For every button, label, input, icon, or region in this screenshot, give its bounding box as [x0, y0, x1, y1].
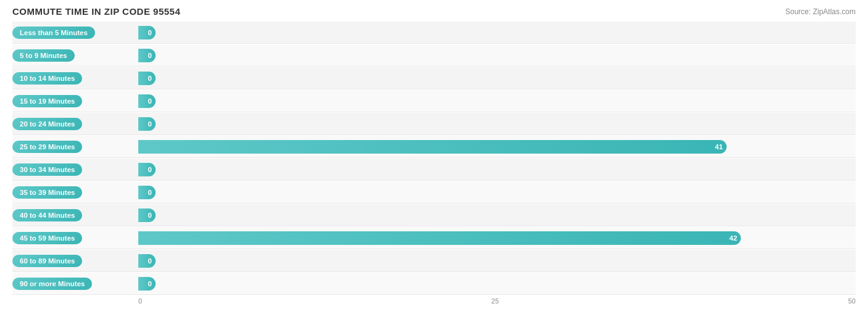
bar-fill: 0 — [138, 208, 156, 222]
bar-row: 30 to 34 Minutes0 — [12, 159, 856, 181]
bar-label: 5 to 9 Minutes — [12, 49, 75, 62]
bar-value: 0 — [148, 189, 152, 196]
bar-row: 90 or more Minutes0 — [12, 273, 856, 295]
x-axis: 02550 — [12, 297, 856, 305]
chart-area: Less than 5 Minutes05 to 9 Minutes010 to… — [12, 22, 856, 295]
bar-row: 5 to 9 Minutes0 — [12, 44, 856, 67]
bar-value: 0 — [148, 52, 152, 59]
bar-label: 25 to 29 Minutes — [12, 141, 82, 153]
bar-value: 0 — [148, 97, 152, 105]
bar-fill: 42 — [138, 231, 741, 245]
bar-label: 15 to 19 Minutes — [12, 95, 82, 107]
bar-label: Less than 5 Minutes — [12, 27, 95, 39]
bar-value: 0 — [148, 257, 152, 265]
bar-value: 0 — [148, 75, 152, 82]
bar-value: 42 — [729, 234, 737, 242]
bar-row: 10 to 14 Minutes0 — [12, 67, 856, 89]
bar-label: 20 to 24 Minutes — [12, 118, 82, 130]
bar-row: 15 to 19 Minutes0 — [12, 90, 856, 112]
bar-fill: 0 — [138, 163, 156, 176]
bar-label: 10 to 14 Minutes — [12, 72, 82, 85]
bar-row: 40 to 44 Minutes0 — [12, 204, 856, 226]
bar-fill: 0 — [138, 49, 156, 62]
bar-fill: 0 — [138, 254, 156, 268]
bar-row: 60 to 89 Minutes0 — [12, 250, 856, 272]
bar-fill: 0 — [138, 117, 156, 131]
bar-label: 40 to 44 Minutes — [12, 209, 82, 221]
bar-row: 35 to 39 Minutes0 — [12, 181, 856, 204]
source-text: Source: ZipAtlas.com — [785, 7, 856, 16]
bar-fill: 41 — [138, 140, 727, 154]
bar-value: 0 — [148, 212, 152, 219]
bar-row: Less than 5 Minutes0 — [12, 22, 856, 44]
x-axis-label: 0 — [138, 297, 142, 305]
bar-label: 30 to 34 Minutes — [12, 163, 82, 176]
bar-label: 60 to 89 Minutes — [12, 255, 82, 267]
bar-label: 35 to 39 Minutes — [12, 186, 82, 199]
bar-label: 90 or more Minutes — [12, 278, 92, 290]
bar-value: 0 — [148, 280, 152, 287]
bar-value: 0 — [148, 120, 152, 128]
bar-row: 20 to 24 Minutes0 — [12, 113, 856, 135]
bar-label: 45 to 59 Minutes — [12, 232, 82, 244]
bar-fill: 0 — [138, 26, 156, 39]
bar-value: 0 — [148, 29, 152, 36]
bar-value: 0 — [148, 166, 152, 173]
bar-fill: 0 — [138, 72, 156, 85]
bar-row: 45 to 59 Minutes42 — [12, 227, 856, 249]
bar-fill: 0 — [138, 186, 156, 199]
bar-fill: 0 — [138, 94, 156, 108]
chart-title: COMMUTE TIME IN ZIP CODE 95554 — [12, 6, 180, 17]
bar-row: 25 to 29 Minutes41 — [12, 136, 856, 158]
bar-fill: 0 — [138, 277, 156, 291]
bar-value: 41 — [715, 143, 723, 151]
x-axis-label: 50 — [848, 297, 856, 305]
x-axis-label: 25 — [491, 297, 499, 305]
